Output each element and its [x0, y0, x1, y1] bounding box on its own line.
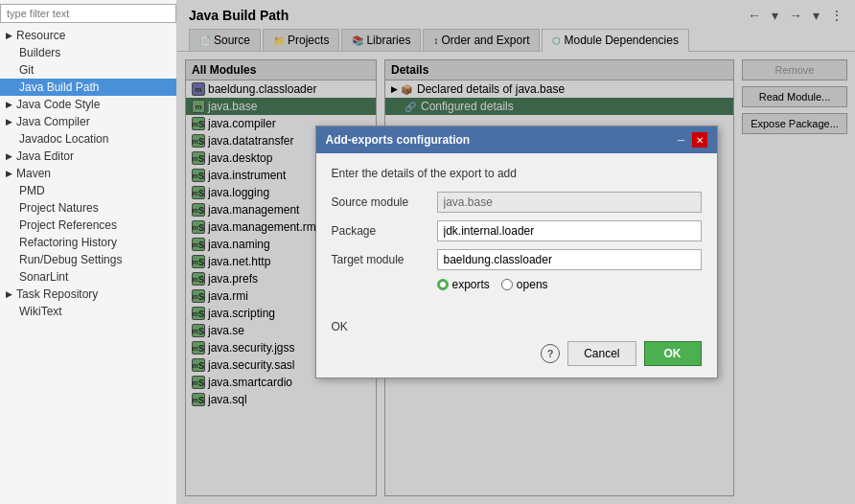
dialog-button-row: ? Cancel OK [332, 341, 702, 366]
package-row: Package [332, 220, 702, 241]
dialog-description: Enter the details of the export to add [332, 167, 702, 180]
radio-group: exports opens [332, 278, 702, 291]
sidebar-item-builders[interactable]: Builders [0, 44, 176, 61]
dialog-close-button[interactable]: ✕ [692, 132, 707, 148]
sidebar-item-task-repository[interactable]: ▶ Task Repository [0, 286, 176, 303]
radio-exports-label: exports [452, 278, 490, 291]
dialog-overlay: Add-exports configuration ─ ✕ Enter the … [177, 0, 855, 504]
expand-arrow: ▶ [6, 289, 12, 299]
radio-exports-indicator [437, 279, 449, 290]
expand-arrow-resource: ▶ [6, 31, 12, 40]
radio-exports[interactable]: exports [437, 278, 490, 291]
sidebar-item-java-code-style[interactable]: ▶ Java Code Style [0, 96, 176, 113]
sidebar-item-git[interactable]: Git [0, 61, 176, 79]
sidebar-item-maven[interactable]: ▶ Maven [0, 165, 176, 182]
dialog-minimize-button[interactable]: ─ [674, 132, 689, 148]
expand-arrow: ▶ [6, 151, 12, 161]
help-icon[interactable]: ? [541, 344, 560, 363]
dialog-body: Enter the details of the export to add S… [316, 153, 717, 312]
sidebar-item-wikitext[interactable]: WikiText [0, 303, 176, 320]
sidebar-item-project-references[interactable]: Project References [0, 217, 176, 234]
target-module-input[interactable] [437, 249, 702, 270]
source-module-label: Source module [332, 195, 437, 209]
sidebar-item-sonarlint[interactable]: SonarLint [0, 268, 176, 286]
sidebar-item-java-editor[interactable]: ▶ Java Editor [0, 148, 176, 165]
sidebar-item-java-build-path[interactable]: Java Build Path [0, 79, 176, 96]
target-module-label: Target module [332, 253, 437, 266]
sidebar: ▶ Resource Builders Git Java Build Path … [0, 0, 177, 504]
radio-opens-label: opens [517, 278, 548, 291]
radio-opens[interactable]: opens [501, 278, 548, 291]
expand-arrow: ▶ [6, 100, 12, 109]
dialog-title: Add-exports configuration [326, 133, 471, 147]
expand-arrow: ▶ [6, 169, 12, 178]
sidebar-item-resource[interactable]: ▶ Resource [0, 27, 176, 44]
sidebar-item-javadoc[interactable]: Javadoc Location [0, 130, 176, 148]
filter-input[interactable] [0, 4, 176, 23]
sidebar-item-pmd[interactable]: PMD [0, 182, 176, 199]
add-exports-dialog: Add-exports configuration ─ ✕ Enter the … [315, 126, 718, 378]
cancel-button[interactable]: Cancel [567, 341, 635, 366]
dialog-header: Add-exports configuration ─ ✕ [316, 126, 717, 153]
package-label: Package [332, 224, 437, 238]
source-module-input[interactable] [437, 192, 702, 213]
ok-button[interactable]: OK [644, 341, 702, 366]
sidebar-item-run-debug[interactable]: Run/Debug Settings [0, 251, 176, 268]
ok-section-label: OK [332, 320, 702, 333]
package-input[interactable] [437, 220, 702, 241]
main-content: ← ▾ → ▾ ⋮ Java Build Path 📄 Source 📁 Pro… [177, 0, 855, 504]
source-module-row: Source module [332, 192, 702, 213]
radio-opens-indicator [501, 279, 513, 290]
sidebar-item-refactoring-history[interactable]: Refactoring History [0, 234, 176, 251]
sidebar-item-java-compiler[interactable]: ▶ Java Compiler [0, 113, 176, 130]
expand-arrow: ▶ [6, 117, 12, 126]
target-module-row: Target module [332, 249, 702, 270]
sidebar-item-project-natures[interactable]: Project Natures [0, 199, 176, 217]
dialog-footer: OK ? Cancel OK [316, 312, 717, 378]
